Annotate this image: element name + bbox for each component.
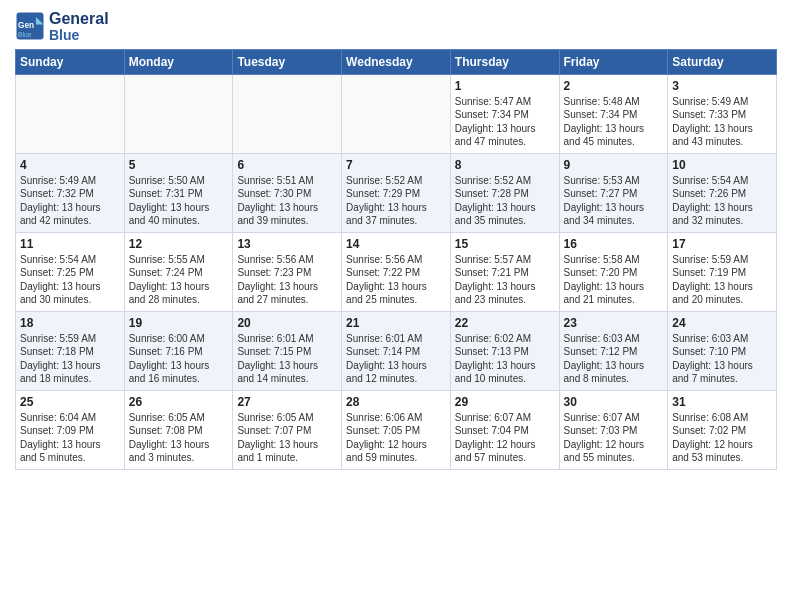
calendar-cell: 1Sunrise: 5:47 AM Sunset: 7:34 PM Daylig… [450, 74, 559, 153]
calendar-header-row: SundayMondayTuesdayWednesdayThursdayFrid… [16, 49, 777, 74]
day-info: Sunrise: 6:02 AM Sunset: 7:13 PM Dayligh… [455, 332, 555, 386]
calendar-cell [342, 74, 451, 153]
day-number: 23 [564, 316, 664, 330]
svg-text:Gen: Gen [18, 21, 34, 30]
calendar-cell: 6Sunrise: 5:51 AM Sunset: 7:30 PM Daylig… [233, 153, 342, 232]
calendar-cell: 18Sunrise: 5:59 AM Sunset: 7:18 PM Dayli… [16, 311, 125, 390]
day-info: Sunrise: 6:00 AM Sunset: 7:16 PM Dayligh… [129, 332, 229, 386]
header-day-thursday: Thursday [450, 49, 559, 74]
day-number: 14 [346, 237, 446, 251]
svg-text:Blue: Blue [18, 31, 32, 38]
header: Gen Blue General Blue [15, 10, 777, 43]
calendar-cell: 31Sunrise: 6:08 AM Sunset: 7:02 PM Dayli… [668, 390, 777, 469]
day-number: 29 [455, 395, 555, 409]
day-number: 6 [237, 158, 337, 172]
calendar-cell [124, 74, 233, 153]
day-number: 7 [346, 158, 446, 172]
day-number: 28 [346, 395, 446, 409]
header-day-tuesday: Tuesday [233, 49, 342, 74]
day-number: 17 [672, 237, 772, 251]
day-info: Sunrise: 5:59 AM Sunset: 7:19 PM Dayligh… [672, 253, 772, 307]
day-info: Sunrise: 5:54 AM Sunset: 7:25 PM Dayligh… [20, 253, 120, 307]
day-info: Sunrise: 5:52 AM Sunset: 7:29 PM Dayligh… [346, 174, 446, 228]
day-info: Sunrise: 6:08 AM Sunset: 7:02 PM Dayligh… [672, 411, 772, 465]
calendar-cell: 14Sunrise: 5:56 AM Sunset: 7:22 PM Dayli… [342, 232, 451, 311]
day-number: 9 [564, 158, 664, 172]
calendar-table: SundayMondayTuesdayWednesdayThursdayFrid… [15, 49, 777, 470]
day-info: Sunrise: 5:56 AM Sunset: 7:23 PM Dayligh… [237, 253, 337, 307]
day-info: Sunrise: 5:53 AM Sunset: 7:27 PM Dayligh… [564, 174, 664, 228]
header-day-saturday: Saturday [668, 49, 777, 74]
day-number: 11 [20, 237, 120, 251]
header-day-monday: Monday [124, 49, 233, 74]
day-info: Sunrise: 6:04 AM Sunset: 7:09 PM Dayligh… [20, 411, 120, 465]
day-info: Sunrise: 6:06 AM Sunset: 7:05 PM Dayligh… [346, 411, 446, 465]
calendar-week-row: 4Sunrise: 5:49 AM Sunset: 7:32 PM Daylig… [16, 153, 777, 232]
day-info: Sunrise: 6:03 AM Sunset: 7:10 PM Dayligh… [672, 332, 772, 386]
calendar-cell: 25Sunrise: 6:04 AM Sunset: 7:09 PM Dayli… [16, 390, 125, 469]
calendar-cell: 12Sunrise: 5:55 AM Sunset: 7:24 PM Dayli… [124, 232, 233, 311]
header-day-friday: Friday [559, 49, 668, 74]
day-info: Sunrise: 5:48 AM Sunset: 7:34 PM Dayligh… [564, 95, 664, 149]
calendar-week-row: 11Sunrise: 5:54 AM Sunset: 7:25 PM Dayli… [16, 232, 777, 311]
calendar-cell: 30Sunrise: 6:07 AM Sunset: 7:03 PM Dayli… [559, 390, 668, 469]
day-info: Sunrise: 5:56 AM Sunset: 7:22 PM Dayligh… [346, 253, 446, 307]
day-number: 26 [129, 395, 229, 409]
calendar-cell: 28Sunrise: 6:06 AM Sunset: 7:05 PM Dayli… [342, 390, 451, 469]
day-info: Sunrise: 5:58 AM Sunset: 7:20 PM Dayligh… [564, 253, 664, 307]
day-number: 25 [20, 395, 120, 409]
calendar-cell: 7Sunrise: 5:52 AM Sunset: 7:29 PM Daylig… [342, 153, 451, 232]
day-number: 18 [20, 316, 120, 330]
day-number: 5 [129, 158, 229, 172]
day-info: Sunrise: 6:01 AM Sunset: 7:15 PM Dayligh… [237, 332, 337, 386]
header-day-sunday: Sunday [16, 49, 125, 74]
calendar-week-row: 25Sunrise: 6:04 AM Sunset: 7:09 PM Dayli… [16, 390, 777, 469]
calendar-cell: 17Sunrise: 5:59 AM Sunset: 7:19 PM Dayli… [668, 232, 777, 311]
calendar-cell: 15Sunrise: 5:57 AM Sunset: 7:21 PM Dayli… [450, 232, 559, 311]
day-info: Sunrise: 5:52 AM Sunset: 7:28 PM Dayligh… [455, 174, 555, 228]
calendar-cell [233, 74, 342, 153]
day-number: 8 [455, 158, 555, 172]
day-info: Sunrise: 5:54 AM Sunset: 7:26 PM Dayligh… [672, 174, 772, 228]
day-info: Sunrise: 5:57 AM Sunset: 7:21 PM Dayligh… [455, 253, 555, 307]
header-day-wednesday: Wednesday [342, 49, 451, 74]
day-info: Sunrise: 5:50 AM Sunset: 7:31 PM Dayligh… [129, 174, 229, 228]
logo-icon: Gen Blue [15, 11, 45, 41]
day-number: 3 [672, 79, 772, 93]
day-number: 30 [564, 395, 664, 409]
day-info: Sunrise: 6:03 AM Sunset: 7:12 PM Dayligh… [564, 332, 664, 386]
day-number: 24 [672, 316, 772, 330]
day-number: 13 [237, 237, 337, 251]
day-info: Sunrise: 5:51 AM Sunset: 7:30 PM Dayligh… [237, 174, 337, 228]
day-number: 15 [455, 237, 555, 251]
day-number: 20 [237, 316, 337, 330]
calendar-cell: 4Sunrise: 5:49 AM Sunset: 7:32 PM Daylig… [16, 153, 125, 232]
day-info: Sunrise: 6:01 AM Sunset: 7:14 PM Dayligh… [346, 332, 446, 386]
calendar-cell: 5Sunrise: 5:50 AM Sunset: 7:31 PM Daylig… [124, 153, 233, 232]
day-number: 31 [672, 395, 772, 409]
calendar-week-row: 1Sunrise: 5:47 AM Sunset: 7:34 PM Daylig… [16, 74, 777, 153]
calendar-cell: 26Sunrise: 6:05 AM Sunset: 7:08 PM Dayli… [124, 390, 233, 469]
day-number: 21 [346, 316, 446, 330]
day-info: Sunrise: 6:07 AM Sunset: 7:03 PM Dayligh… [564, 411, 664, 465]
calendar-week-row: 18Sunrise: 5:59 AM Sunset: 7:18 PM Dayli… [16, 311, 777, 390]
calendar-cell: 27Sunrise: 6:05 AM Sunset: 7:07 PM Dayli… [233, 390, 342, 469]
day-number: 2 [564, 79, 664, 93]
calendar-cell: 29Sunrise: 6:07 AM Sunset: 7:04 PM Dayli… [450, 390, 559, 469]
calendar-cell: 16Sunrise: 5:58 AM Sunset: 7:20 PM Dayli… [559, 232, 668, 311]
calendar-cell: 21Sunrise: 6:01 AM Sunset: 7:14 PM Dayli… [342, 311, 451, 390]
day-info: Sunrise: 6:07 AM Sunset: 7:04 PM Dayligh… [455, 411, 555, 465]
day-info: Sunrise: 5:49 AM Sunset: 7:33 PM Dayligh… [672, 95, 772, 149]
logo: Gen Blue General Blue [15, 10, 109, 43]
calendar-cell [16, 74, 125, 153]
day-number: 19 [129, 316, 229, 330]
day-info: Sunrise: 5:59 AM Sunset: 7:18 PM Dayligh… [20, 332, 120, 386]
day-number: 27 [237, 395, 337, 409]
calendar-cell: 23Sunrise: 6:03 AM Sunset: 7:12 PM Dayli… [559, 311, 668, 390]
day-info: Sunrise: 5:55 AM Sunset: 7:24 PM Dayligh… [129, 253, 229, 307]
day-number: 4 [20, 158, 120, 172]
day-info: Sunrise: 5:49 AM Sunset: 7:32 PM Dayligh… [20, 174, 120, 228]
day-info: Sunrise: 5:47 AM Sunset: 7:34 PM Dayligh… [455, 95, 555, 149]
calendar-cell: 22Sunrise: 6:02 AM Sunset: 7:13 PM Dayli… [450, 311, 559, 390]
day-number: 16 [564, 237, 664, 251]
